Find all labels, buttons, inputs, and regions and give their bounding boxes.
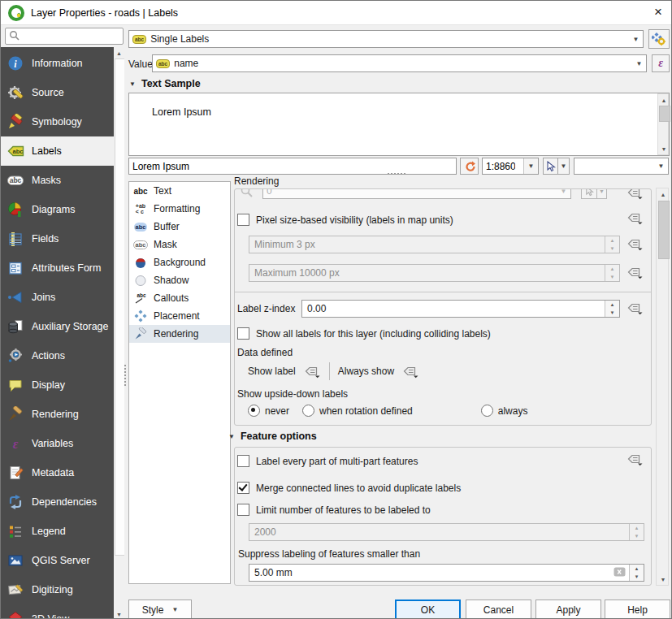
sidebar-item-digitizing[interactable]: Digitizing: [1, 575, 114, 604]
sidebar-item-actions[interactable]: Actions: [1, 341, 114, 370]
spinner-buttons[interactable]: ▲▼: [605, 265, 619, 281]
apply-button[interactable]: Apply: [535, 600, 601, 619]
data-defined-override-button[interactable]: [626, 452, 644, 466]
multi-part-checkbox[interactable]: [237, 455, 249, 467]
tab-shadow[interactable]: Shadow: [129, 271, 230, 289]
sidebar-item-information[interactable]: i Information: [1, 49, 114, 78]
preview-scrollbar-thumb[interactable]: [659, 106, 670, 122]
tab-background[interactable]: Background: [129, 253, 230, 271]
scroll-down-icon[interactable]: ▼: [657, 574, 670, 585]
reset-sample-button[interactable]: [460, 158, 479, 175]
data-defined-override-button[interactable]: [626, 237, 644, 251]
feature-options-header[interactable]: ▼ Feature options: [228, 431, 317, 442]
sidebar-item-rendering[interactable]: Rendering: [1, 400, 114, 429]
sidebar-item-legend[interactable]: Legend: [1, 517, 114, 546]
sidebar-item-masks[interactable]: abc Masks: [1, 166, 114, 195]
scale-combo[interactable]: ▼: [482, 158, 539, 175]
scroll-up-icon[interactable]: ▲: [114, 47, 124, 58]
spinner-buttons[interactable]: ▲▼: [629, 524, 644, 540]
sidebar-item-variables[interactable]: ε Variables: [1, 429, 114, 458]
sidebar-item-joins[interactable]: Joins: [1, 283, 114, 312]
value-field-combo[interactable]: abc name ▼: [152, 54, 647, 72]
scroll-up-icon[interactable]: ▲: [658, 94, 670, 106]
search-box[interactable]: [5, 28, 124, 45]
map-scale-picker-dropdown[interactable]: ▼: [557, 158, 570, 175]
splitter-handle-vertical[interactable]: [124, 365, 126, 386]
sidebar-scrollbar[interactable]: ▲ ▼: [114, 47, 124, 619]
automated-placement-settings-button[interactable]: [648, 29, 670, 49]
sidebar-item-fields[interactable]: Fields: [1, 224, 114, 253]
scale-input[interactable]: [483, 161, 518, 172]
tab-text[interactable]: abc Text: [129, 182, 230, 200]
cancel-button[interactable]: Cancel: [466, 600, 531, 619]
pixel-visibility-checkbox[interactable]: [237, 214, 249, 226]
preview-scrollbar[interactable]: ▲ ▼: [657, 93, 669, 155]
sidebar-item-labels[interactable]: abc Labels: [1, 136, 114, 166]
limit-features-spinbox[interactable]: 2000 ▲▼: [249, 523, 644, 541]
close-icon[interactable]: ×: [654, 4, 662, 20]
merge-lines-checkbox[interactable]: [237, 482, 249, 494]
sidebar-item-diagrams[interactable]: Diagrams: [1, 195, 114, 224]
font-combo[interactable]: ▼: [574, 158, 669, 175]
label-mode-combo[interactable]: abc Single Labels ▼: [128, 30, 644, 48]
chevron-down-icon[interactable]: ▼: [632, 55, 646, 71]
sidebar-item-3d-view[interactable]: 3D View: [1, 604, 114, 619]
map-scale-picker-button[interactable]: [543, 158, 558, 175]
chevron-down-icon[interactable]: ▼: [523, 158, 538, 174]
chevron-down-icon[interactable]: ▼: [629, 31, 643, 47]
sample-text-input[interactable]: [129, 158, 456, 174]
scale-picker-dropdown[interactable]: ▼: [596, 188, 607, 199]
limit-features-checkbox[interactable]: [237, 504, 249, 516]
radio-always[interactable]: [481, 405, 493, 417]
set-to-current-scale-button[interactable]: [581, 188, 597, 199]
sidebar-item-attributes-form[interactable]: Attributes Form: [1, 253, 114, 283]
radio-never[interactable]: [248, 405, 260, 417]
scroll-down-icon[interactable]: ▼: [114, 608, 124, 619]
z-index-spinbox[interactable]: 0.00 ▲▼: [301, 300, 620, 318]
sidebar-item-qgis-server[interactable]: QGIS Server: [1, 546, 114, 575]
scroll-up-icon[interactable]: ▲: [657, 188, 670, 200]
ok-button[interactable]: OK: [395, 600, 461, 619]
data-defined-override-button[interactable]: [626, 266, 644, 279]
sidebar-item-display[interactable]: Display: [1, 370, 114, 400]
radio-when-rotation-defined[interactable]: [302, 405, 314, 417]
sidebar-item-auxiliary-storage[interactable]: Auxiliary Storage: [1, 312, 114, 341]
expression-builder-button[interactable]: ε: [652, 54, 670, 72]
data-defined-override-button[interactable]: [626, 188, 644, 200]
sidebar-scrollbar-thumb[interactable]: [115, 58, 124, 556]
sidebar-item-metadata[interactable]: Metadata: [1, 458, 114, 487]
help-button[interactable]: Help: [605, 600, 670, 619]
spinner-buttons[interactable]: ▲▼: [629, 565, 644, 581]
tab-formatting[interactable]: +ab< c Formatting: [129, 200, 230, 218]
scroll-down-icon[interactable]: ▼: [658, 143, 670, 154]
show-label-override-button[interactable]: [304, 365, 321, 379]
minimum-pixel-size-spinbox[interactable]: Minimum 3 px ▲▼: [249, 236, 620, 253]
spinner-buttons[interactable]: ▲▼: [605, 236, 619, 253]
tab-callouts[interactable]: abc Callouts: [129, 289, 230, 307]
sidebar-item-dependencies[interactable]: Dependencies: [1, 487, 114, 517]
suppress-size-spinbox[interactable]: 5.00 mm ▲▼: [249, 564, 644, 582]
splitter-handle-horizontal[interactable]: [388, 173, 405, 175]
search-input[interactable]: [23, 30, 119, 43]
maximum-pixel-size-spinbox[interactable]: Maximum 10000 px ▲▼: [249, 264, 620, 282]
text-sample-header[interactable]: ▼ Text Sample: [129, 78, 201, 89]
spin-down-icon: ▼: [630, 573, 644, 581]
sidebar-item-symbology[interactable]: Symbology: [1, 107, 114, 136]
tab-mask[interactable]: abc Mask: [129, 236, 230, 253]
rendering-panel-scrollbar[interactable]: ▲ ▼: [656, 188, 669, 586]
tab-buffer[interactable]: abc Buffer: [129, 218, 230, 236]
always-show-override-button[interactable]: [402, 365, 419, 379]
tab-rendering[interactable]: Rendering: [129, 325, 230, 343]
spinner-buttons[interactable]: ▲▼: [605, 301, 619, 317]
show-all-labels-checkbox[interactable]: [237, 327, 249, 340]
data-defined-override-button[interactable]: [626, 301, 644, 315]
rendering-scrollbar-thumb[interactable]: [658, 201, 670, 259]
minimum-scale-combo[interactable]: 0 ▼: [262, 188, 571, 199]
chevron-down-icon[interactable]: ▼: [654, 158, 668, 174]
sidebar-item-source[interactable]: Source: [1, 78, 114, 107]
data-defined-override-button[interactable]: [626, 211, 644, 225]
tab-placement[interactable]: Placement: [129, 307, 230, 325]
clear-value-icon[interactable]: [613, 567, 626, 579]
chevron-down-icon[interactable]: ▼: [557, 188, 570, 198]
style-button[interactable]: Style ▼: [128, 600, 192, 619]
